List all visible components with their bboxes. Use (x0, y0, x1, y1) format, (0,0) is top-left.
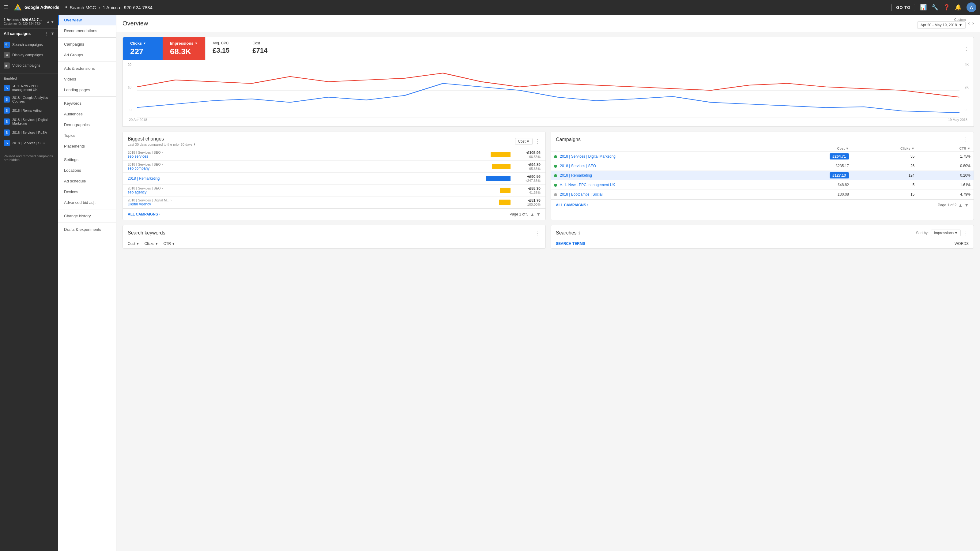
app-logo: Google AdWords (13, 3, 59, 12)
expand-icon[interactable]: ▼ (51, 31, 54, 36)
nav-recommendations[interactable]: Recommendations (58, 25, 116, 36)
nav-videos[interactable]: Videos (58, 74, 116, 84)
stat-impressions[interactable]: Impressions ▼ 68.3K (162, 37, 205, 60)
camp-link[interactable]: 2018 | Bootcamps | Social (560, 192, 602, 197)
chart-labels: 20 Apr 2018 19 May 2018 (128, 118, 969, 122)
goto-button[interactable]: GO TO (891, 4, 915, 11)
campaigns-col-clicks[interactable]: Clicks ▼ (852, 145, 918, 152)
chart-icon[interactable]: 📊 (920, 4, 927, 11)
campaigns-table-head: Cost ▼ Clicks ▼ CTR ▼ (551, 145, 974, 152)
biggest-changes-sort[interactable]: Cost ▼ (515, 138, 533, 145)
stat-clicks[interactable]: Clicks ▼ 227 (123, 37, 162, 60)
chart-x-start: 20 Apr 2018 (129, 118, 147, 122)
stat-card-more[interactable]: ⋮ (965, 37, 974, 60)
campaigns-col-ctr[interactable]: CTR ▼ (918, 145, 974, 152)
wrench-icon[interactable]: 🔧 (932, 4, 939, 11)
nav-campaigns[interactable]: Campaigns (58, 39, 116, 49)
camp-name-cell: 2018 | Services | Digital Marketing (551, 152, 770, 161)
change-value: -£51.76 -100.00% (513, 198, 541, 206)
date-value[interactable]: Apr 20 - May 19, 2018 ▼ (917, 21, 966, 29)
change-name: 2018 | Services | Digital M... › Digital… (128, 198, 477, 206)
biggest-changes-more[interactable]: ⋮ (535, 138, 541, 145)
change-bar-wrap (480, 187, 511, 193)
camp-link[interactable]: A. 1. New - PPC management UK (560, 183, 615, 187)
page-up-campaigns[interactable]: ▲ (958, 203, 963, 208)
notification-icon[interactable]: 🔔 (955, 4, 962, 11)
account-selector[interactable]: 1 Anicca : 920-624-7... Customer ID: 920… (0, 15, 58, 29)
nav-demographics[interactable]: Demographics (58, 119, 116, 130)
change-bar (492, 164, 511, 169)
breadcrumb-star: * (65, 5, 67, 10)
searches-col-terms[interactable]: SEARCH TERMS (556, 241, 585, 246)
sidebar-item-analytics[interactable]: S 2018 - Google Analytics Courses (0, 94, 58, 105)
nav-topics[interactable]: Topics (58, 130, 116, 141)
change-name: 2018 | Services | SEO › seo company (128, 162, 477, 170)
change-row: 2018 | Remarketing +£90.56 +247.63% (123, 173, 546, 184)
nav-ad-schedule[interactable]: Ad schedule (58, 176, 116, 186)
sidebar-item-rlsa[interactable]: S 2018 | Services | RLSA (0, 127, 58, 138)
camp-link[interactable]: 2018 | Services | SEO (560, 164, 596, 168)
nav-drafts-experiments[interactable]: Drafts & experiments (58, 224, 116, 235)
change-bar-wrap (480, 176, 511, 181)
sk-clicks-label[interactable]: Clicks ▼ (145, 241, 159, 246)
sidebar-item-video-campaigns[interactable]: ▶ Video campaigns (0, 60, 58, 71)
sidebar-item-search-campaigns[interactable]: 🔍 Search campaigns (0, 40, 58, 50)
page-up-changes[interactable]: ▲ (530, 212, 535, 217)
searches-more[interactable]: ⋮ (963, 230, 969, 236)
table-row: 2018 | Services | SEO £235.17 26 0.80% (551, 161, 974, 171)
campaigns-col-cost[interactable]: Cost ▼ (770, 145, 852, 152)
nav-placements[interactable]: Placements (58, 141, 116, 151)
nav-divider-1 (58, 37, 116, 38)
change-bar (499, 200, 511, 205)
nav-audiences[interactable]: Audiences (58, 109, 116, 119)
camp-name-cell: 2018 | Remarketing (551, 171, 770, 180)
topbar: ☰ Google AdWords * Search MCC › 1 Anicca… (0, 0, 980, 15)
avatar[interactable]: A (967, 2, 976, 12)
nav-ads-extensions[interactable]: Ads & extensions (58, 63, 116, 74)
impressions-label: Impressions ▼ (170, 41, 198, 46)
sk-ctr-label[interactable]: CTR ▼ (163, 241, 175, 246)
customer-id: Customer ID: 920-624-7834 (4, 22, 41, 25)
nav-overview[interactable]: Overview (58, 15, 116, 25)
nav-devices[interactable]: Devices (58, 186, 116, 197)
menu-icon[interactable]: ☰ (4, 4, 9, 11)
stat-cost[interactable]: Cost £714 (245, 37, 285, 60)
camp-link[interactable]: 2018 | Remarketing (560, 173, 592, 178)
searches-title: Searches (556, 230, 577, 236)
change-bar-wrap (480, 164, 511, 169)
camp-link[interactable]: 2018 | Services | Digital Marketing (560, 154, 616, 159)
video-campaigns-icon: ▶ (4, 62, 10, 68)
nav-keywords[interactable]: Keywords (58, 98, 116, 109)
all-campaigns-link-campaigns[interactable]: ALL CAMPAIGNS › (556, 203, 588, 207)
nav-ad-groups[interactable]: Ad Groups (58, 49, 116, 60)
nav-landing-pages[interactable]: Landing pages (58, 84, 116, 95)
help-icon[interactable]: ❓ (943, 4, 950, 11)
nav-locations[interactable]: Locations (58, 165, 116, 176)
sidebar-item-digital-marketing[interactable]: S 2018 | Services | Digital Marketing (0, 116, 58, 127)
campaigns-panel-more[interactable]: ⋮ (963, 136, 969, 143)
nav-change-history[interactable]: Change history (58, 211, 116, 221)
rlsa-label: 2018 | Services | RLSA (12, 131, 47, 134)
all-campaigns-link-changes[interactable]: ALL CAMPAIGNS › (128, 212, 160, 216)
date-range-selector: Custom Apr 20 - May 19, 2018 ▼ ‹ › (917, 18, 974, 29)
stat-avg-cpc[interactable]: Avg. CPC £3.15 (205, 37, 245, 60)
searches-sort-btn[interactable]: Impressions ▼ (931, 230, 961, 236)
date-prev-icon[interactable]: ‹ (968, 21, 970, 26)
search-keywords-header: Search keywords ⋮ (123, 225, 546, 239)
camp-cost-cell: £127.13 (770, 171, 852, 180)
search-keywords-cols: Cost ▼ Clicks ▼ CTR ▼ (123, 239, 546, 248)
sk-cost-label[interactable]: Cost ▼ (128, 241, 140, 246)
nav-advanced-bid[interactable]: Advanced bid adj. (58, 197, 116, 208)
sidebar-item-remarketing[interactable]: S 2018 | Remarketing (0, 105, 58, 116)
sidebar-item-ppc[interactable]: S .A. 1. New - PPC management UK (0, 82, 58, 94)
search-keywords-more[interactable]: ⋮ (535, 230, 541, 236)
page-down-changes[interactable]: ▼ (536, 212, 541, 217)
page-down-campaigns[interactable]: ▼ (964, 203, 969, 208)
sidebar-item-seo[interactable]: S 2018 | Services | SEO (0, 138, 58, 148)
nav-settings[interactable]: Settings (58, 154, 116, 165)
all-campaigns-label[interactable]: All campaigns (4, 31, 30, 36)
date-next-icon[interactable]: › (972, 21, 974, 26)
more-icon[interactable]: ⋮ (45, 31, 49, 36)
sidebar-item-display-campaigns[interactable]: 🖥 Display campaigns (0, 50, 58, 60)
clicks-label: Clicks ▼ (130, 41, 155, 46)
